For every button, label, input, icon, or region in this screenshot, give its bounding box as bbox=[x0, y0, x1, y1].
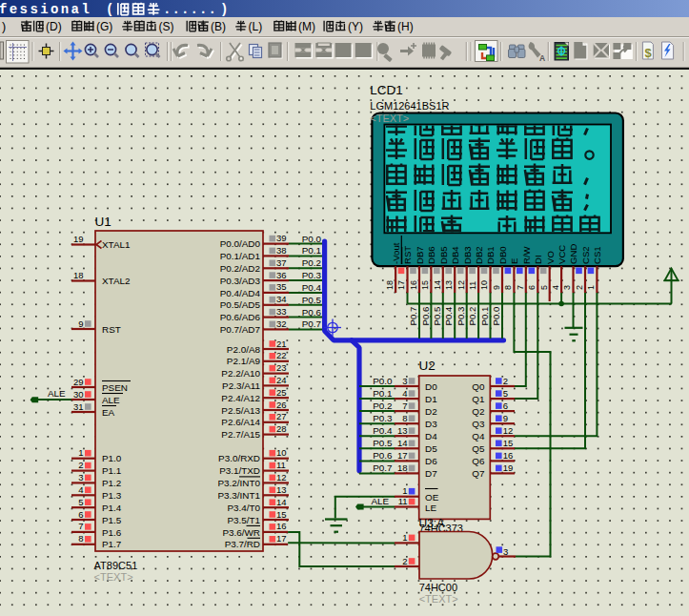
svg-text:7: 7 bbox=[78, 521, 83, 531]
svg-text:(M): (M) bbox=[298, 20, 315, 33]
svg-text:14: 14 bbox=[276, 497, 287, 507]
svg-text:19: 19 bbox=[73, 234, 84, 244]
svg-text:18: 18 bbox=[385, 280, 395, 290]
svg-text:4: 4 bbox=[551, 285, 560, 290]
svg-text:P0.7: P0.7 bbox=[302, 318, 321, 329]
svg-text:P0.0: P0.0 bbox=[373, 376, 393, 386]
svg-text:P0.6: P0.6 bbox=[302, 307, 322, 318]
svg-text:13: 13 bbox=[276, 484, 287, 495]
svg-text:11: 11 bbox=[276, 460, 286, 470]
svg-text:74HC00: 74HC00 bbox=[419, 582, 457, 593]
svg-text:P0.1: P0.1 bbox=[373, 388, 393, 399]
svg-text:P3.3/INT1: P3.3/INT1 bbox=[218, 490, 261, 501]
svg-text:P1.4: P1.4 bbox=[102, 503, 122, 513]
svg-text:8: 8 bbox=[503, 285, 513, 290]
svg-text:17: 17 bbox=[397, 450, 408, 461]
svg-text:30: 30 bbox=[73, 389, 84, 400]
svg-text:P3.0/RXD: P3.0/RXD bbox=[218, 453, 260, 463]
svg-text:P0.6/AD6: P0.6/AD6 bbox=[220, 312, 261, 322]
svg-text:P0.4/AD4: P0.4/AD4 bbox=[220, 288, 261, 298]
svg-text:11: 11 bbox=[398, 496, 408, 506]
svg-text:DB2: DB2 bbox=[474, 246, 484, 264]
svg-text:P1.3: P1.3 bbox=[102, 490, 122, 501]
svg-text:CS2: CS2 bbox=[580, 246, 591, 264]
svg-text:OE: OE bbox=[425, 492, 439, 503]
svg-text:P3.2/INT0: P3.2/INT0 bbox=[218, 478, 261, 488]
svg-text:Q3: Q3 bbox=[472, 419, 485, 429]
svg-text:DB4: DB4 bbox=[450, 246, 460, 264]
svg-text:7: 7 bbox=[516, 285, 525, 290]
svg-text:9: 9 bbox=[503, 413, 508, 423]
svg-text:(S): (S) bbox=[159, 20, 174, 33]
svg-text:6: 6 bbox=[527, 285, 537, 290]
svg-text:15: 15 bbox=[503, 438, 514, 448]
svg-text:P2.4/A12: P2.4/A12 bbox=[221, 393, 260, 403]
svg-text:(: ( bbox=[106, 2, 113, 17]
svg-text:P3.5/T1: P3.5/T1 bbox=[227, 515, 260, 525]
svg-text:14: 14 bbox=[433, 280, 442, 290]
svg-text:D3: D3 bbox=[425, 419, 437, 429]
svg-text:17: 17 bbox=[396, 280, 406, 290]
svg-text:P0.2/AD2: P0.2/AD2 bbox=[220, 263, 260, 274]
svg-text:U2: U2 bbox=[419, 359, 436, 373]
svg-text:17: 17 bbox=[276, 533, 287, 544]
svg-text:6: 6 bbox=[503, 400, 508, 411]
svg-text:): ) bbox=[2, 20, 6, 33]
svg-text:2: 2 bbox=[503, 376, 508, 386]
svg-text:P1.1: P1.1 bbox=[102, 465, 122, 476]
svg-text:P0.4: P0.4 bbox=[443, 306, 454, 325]
svg-text:21: 21 bbox=[276, 339, 287, 349]
svg-text:P0.4: P0.4 bbox=[373, 425, 393, 436]
svg-text:13: 13 bbox=[444, 280, 454, 290]
svg-text:36: 36 bbox=[276, 270, 287, 280]
svg-text:3: 3 bbox=[402, 376, 407, 386]
svg-text:CS1: CS1 bbox=[592, 246, 602, 264]
svg-text:Q5: Q5 bbox=[472, 443, 485, 454]
svg-text:ALE: ALE bbox=[372, 496, 390, 506]
svg-text:RST: RST bbox=[402, 246, 413, 264]
svg-text:P0.0/AD0: P0.0/AD0 bbox=[220, 238, 261, 249]
svg-text:34: 34 bbox=[276, 294, 287, 304]
svg-text:16: 16 bbox=[409, 280, 418, 290]
svg-text:D5: D5 bbox=[425, 443, 437, 454]
svg-text:P1.0: P1.0 bbox=[102, 453, 122, 463]
svg-text:P0.3: P0.3 bbox=[373, 413, 393, 423]
svg-text:12: 12 bbox=[503, 425, 514, 436]
svg-text:P2.3/A11: P2.3/A11 bbox=[222, 380, 260, 391]
svg-text:DB7: DB7 bbox=[415, 246, 425, 264]
svg-text:23: 23 bbox=[276, 362, 287, 373]
svg-text:5: 5 bbox=[539, 285, 549, 290]
svg-text:29: 29 bbox=[73, 377, 84, 387]
svg-text:-Vout: -Vout bbox=[391, 242, 401, 264]
svg-text:P0.2: P0.2 bbox=[467, 307, 477, 326]
svg-text:15: 15 bbox=[420, 280, 430, 290]
svg-text:P0.6: P0.6 bbox=[373, 450, 393, 461]
svg-text:XTAL2: XTAL2 bbox=[102, 276, 130, 286]
svg-text:P0.1/AD1: P0.1/AD1 bbox=[220, 251, 261, 261]
svg-text:P3.1/TXD: P3.1/TXD bbox=[219, 465, 260, 476]
svg-text:VO: VO bbox=[545, 251, 556, 264]
svg-text:33: 33 bbox=[276, 306, 287, 317]
svg-text:DB5: DB5 bbox=[438, 246, 449, 264]
svg-text:Q0: Q0 bbox=[472, 381, 485, 392]
svg-text:P0.3: P0.3 bbox=[302, 270, 322, 280]
svg-text:1: 1 bbox=[402, 532, 407, 543]
svg-text:3: 3 bbox=[78, 472, 83, 483]
svg-text:P0.7: P0.7 bbox=[408, 307, 418, 326]
svg-text:(L): (L) bbox=[249, 20, 263, 33]
svg-text:P2.0/A8: P2.0/A8 bbox=[227, 344, 261, 355]
svg-text:A: A bbox=[539, 53, 545, 63]
svg-text:1: 1 bbox=[78, 447, 83, 458]
svg-text:VCC: VCC bbox=[557, 245, 567, 264]
svg-text:P2.6/A14: P2.6/A14 bbox=[221, 417, 260, 427]
svg-text:(B): (B) bbox=[211, 20, 226, 33]
svg-text:(D): (D) bbox=[46, 20, 62, 33]
svg-text:XTAL1: XTAL1 bbox=[102, 239, 131, 250]
svg-text:U1: U1 bbox=[95, 215, 111, 229]
svg-text:DB0: DB0 bbox=[497, 246, 508, 264]
svg-text:): ) bbox=[220, 2, 228, 17]
svg-text:3: 3 bbox=[562, 285, 572, 290]
svg-text:8: 8 bbox=[402, 413, 407, 423]
svg-text:25: 25 bbox=[276, 387, 287, 398]
svg-text:2: 2 bbox=[78, 460, 83, 470]
